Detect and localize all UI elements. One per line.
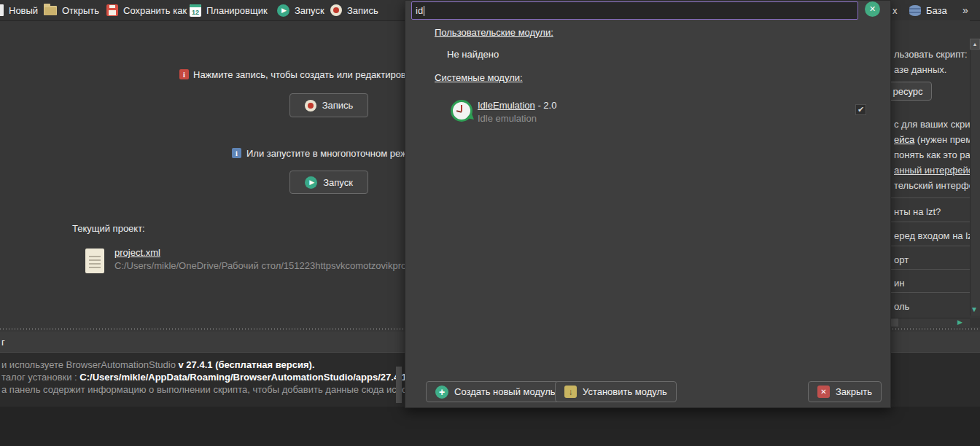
log-text: талог установки : bbox=[1, 372, 79, 383]
arrow-down-icon: ▼ bbox=[971, 305, 978, 313]
log-line: а панель содержит информацию о выполнени… bbox=[1, 384, 412, 395]
play-glyph: ▶ bbox=[309, 179, 314, 186]
right-panel-row: ин bbox=[894, 278, 904, 289]
system-modules-header: Системные модули: bbox=[435, 72, 523, 83]
toolbar-item-new[interactable]: Новый bbox=[0, 0, 38, 20]
run-hint-text: Или запустите в многопоточном реж bbox=[246, 148, 407, 159]
row-separator bbox=[891, 246, 970, 246]
right-panel-text: ейса (нужен преми bbox=[894, 134, 970, 145]
install-module-button-label: Установить модуль bbox=[583, 386, 667, 397]
vertical-scrollbar[interactable] bbox=[970, 39, 980, 316]
not-found-text: Не найдено bbox=[447, 49, 499, 60]
log-line: и используете BrowserAutomationStudio v … bbox=[1, 359, 315, 370]
right-panel-row: тельский интерфе bbox=[894, 180, 970, 191]
log-tab[interactable]: г bbox=[1, 337, 5, 348]
scroll-right-button[interactable]: ▶ bbox=[957, 318, 962, 326]
user-modules-header: Пользовательские модули: bbox=[435, 27, 553, 38]
right-panel-text: азе данных. bbox=[894, 64, 946, 75]
toolbar-item-scheduler[interactable]: 12 Планировщик bbox=[190, 0, 268, 20]
log-line: талог установки : C:/Users/mikle/AppData… bbox=[1, 372, 410, 383]
row-separator bbox=[891, 197, 970, 198]
log-scrollbar-thumb[interactable] bbox=[396, 367, 402, 403]
install-module-button[interactable]: ↓ Установить модуль bbox=[555, 381, 677, 402]
arrow-up-icon: ▲ bbox=[973, 42, 978, 47]
app-version: v 27.4.1 bbox=[179, 359, 216, 370]
current-project-label: Текущий проект: bbox=[72, 223, 145, 234]
row-separator bbox=[891, 269, 970, 270]
arrow-right-icon: ▶ bbox=[957, 318, 962, 326]
create-module-button[interactable]: + Создать новый модуль bbox=[426, 381, 565, 402]
scheduler-badge: 12 bbox=[192, 8, 199, 17]
module-name-link[interactable]: IdleEmulation bbox=[478, 100, 535, 111]
row-separator bbox=[891, 222, 970, 222]
toolbar-item-label: База bbox=[926, 5, 947, 16]
resource-button-label: ресурс bbox=[892, 86, 922, 97]
clock-hand bbox=[461, 105, 462, 112]
search-value: id bbox=[416, 5, 423, 16]
save-icon bbox=[106, 4, 118, 16]
toolbar-overflow-button[interactable]: » bbox=[962, 0, 968, 20]
project-file-icon bbox=[85, 249, 104, 273]
right-panel-text: льзовать скрипт: с bbox=[894, 49, 970, 60]
log-text: и используете BrowserAutomationStudio bbox=[1, 359, 179, 370]
database-icon bbox=[909, 5, 921, 16]
right-panel-row: оль bbox=[894, 301, 909, 312]
info-glyph: i bbox=[236, 149, 238, 157]
toolbar-item-save-as[interactable]: Сохранить как bbox=[106, 0, 187, 20]
module-name-line: IdleEmulation - 2.0 bbox=[478, 100, 556, 111]
close-dialog-button[interactable]: ✕ Закрыть bbox=[808, 381, 882, 402]
install-path: C:/Users/mikle/AppData/Roaming/BrowserAu… bbox=[79, 372, 409, 383]
create-module-button-label: Создать новый модуль bbox=[454, 386, 556, 397]
toolbar-item-open[interactable]: Открыть bbox=[44, 0, 99, 20]
scroll-down-button[interactable]: ▼ bbox=[971, 305, 978, 313]
module-enabled-checkbox[interactable]: ✔ bbox=[855, 104, 866, 115]
plus-icon: + bbox=[435, 386, 448, 399]
row-separator bbox=[891, 292, 970, 293]
scroll-up-button[interactable]: ▲ bbox=[970, 39, 980, 50]
scheduler-icon: 12 bbox=[190, 4, 201, 17]
new-file-icon bbox=[0, 4, 4, 16]
run-button[interactable]: ▶ Запуск bbox=[289, 171, 368, 194]
right-panel: льзовать скрипт: с азе данных. ресурс с … bbox=[891, 20, 970, 327]
resource-button[interactable]: ресурс bbox=[891, 82, 932, 101]
toolbar-item-clipped[interactable]: х bbox=[892, 0, 898, 20]
toolbar-item-label: Планировщик bbox=[206, 5, 268, 16]
module-version: - 2.0 bbox=[535, 100, 557, 111]
info-glyph: i bbox=[183, 71, 185, 79]
interface-link[interactable]: ейса bbox=[894, 134, 914, 145]
run-icon: ▶ bbox=[277, 4, 289, 17]
horizontal-scrollbar-thumb[interactable] bbox=[891, 318, 898, 326]
close-icon: ✕ bbox=[869, 4, 876, 14]
close-glyph: ✕ bbox=[820, 388, 826, 396]
record-hint-text: Нажмите запись, чтобы создать или редакт… bbox=[193, 69, 406, 80]
play-glyph: ▶ bbox=[281, 7, 287, 14]
open-folder-icon bbox=[44, 6, 57, 15]
module-search-input[interactable]: id bbox=[411, 1, 858, 20]
download-glyph: ↓ bbox=[569, 388, 573, 396]
record-button[interactable]: Запись bbox=[289, 93, 368, 117]
project-file-link[interactable]: project.xml bbox=[114, 247, 160, 258]
toolbar-item-run[interactable]: ▶ Запуск bbox=[277, 0, 324, 20]
run-button-label: Запуск bbox=[323, 177, 353, 188]
custom-interface-link[interactable]: анный интерфейс. bbox=[894, 165, 970, 176]
clear-search-button[interactable]: ✕ bbox=[865, 1, 880, 17]
toolbar-item-label: Сохранить как bbox=[123, 5, 187, 16]
app-root: Новый Открыть Сохранить как 12 Планировщ… bbox=[0, 0, 980, 446]
record-icon bbox=[305, 100, 316, 112]
run-info-icon: i bbox=[232, 148, 241, 158]
project-file-path: C:/Users/mikle/OneDrive/Рабочий стол/151… bbox=[114, 260, 405, 271]
record-icon bbox=[330, 4, 342, 16]
toolbar-item-label-fragment: х bbox=[892, 5, 898, 16]
module-manager-dialog: id ✕ Пользовательские модули: Не найдено… bbox=[405, 0, 891, 408]
module-description: Idle emulation bbox=[478, 113, 537, 124]
close-dialog-button-label: Закрыть bbox=[836, 386, 872, 397]
right-panel-text: с для ваших скрип bbox=[894, 119, 970, 130]
scrollbar-corner bbox=[970, 318, 980, 327]
right-panel-row: еред входом на lz bbox=[894, 230, 970, 241]
right-panel-text: понять как это ра bbox=[894, 149, 970, 160]
toolbar-item-record[interactable]: Запись bbox=[330, 0, 378, 20]
idle-emulation-module-icon bbox=[451, 100, 472, 122]
toolbar-item-database[interactable]: База bbox=[909, 0, 947, 20]
close-icon: ✕ bbox=[817, 386, 830, 398]
right-panel-row: орт bbox=[894, 254, 909, 265]
